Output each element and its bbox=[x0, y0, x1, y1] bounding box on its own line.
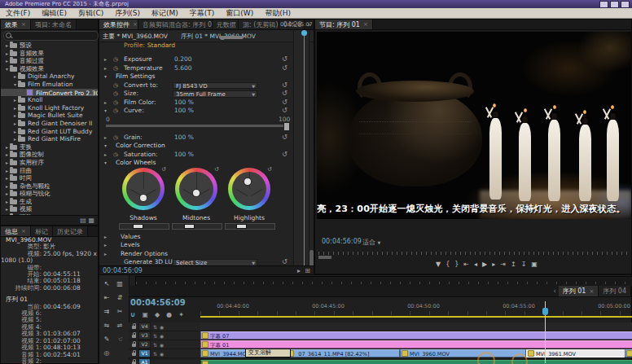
tab-效果控件[interactable]: 效果控件× bbox=[99, 20, 138, 29]
extract-button[interactable]: ↧ bbox=[521, 261, 527, 268]
effects-tree-item[interactable]: ▾Film Emulation bbox=[1, 81, 98, 89]
zoom-level-select[interactable]: 适合 ▼ bbox=[362, 238, 380, 247]
disclosure-right-icon[interactable]: ▸ bbox=[4, 57, 10, 65]
menu-item[interactable]: 编辑(E) bbox=[36, 8, 72, 18]
maximize-button[interactable] bbox=[610, 1, 619, 8]
reset-icon[interactable]: ↺ bbox=[282, 134, 287, 143]
disclosure-right-icon[interactable]: ▸ bbox=[4, 151, 10, 159]
track-header-v1[interactable]: V1⇅◉ bbox=[129, 349, 200, 358]
tab-节目: 序列 01[interactable]: 节目: 序列 01× bbox=[315, 20, 373, 29]
disclosure-right-icon[interactable]: ▸ bbox=[12, 120, 18, 128]
close-icon[interactable]: × bbox=[21, 21, 26, 28]
rolling-edit-tool[interactable]: ⇵ bbox=[114, 292, 125, 304]
step-back-button[interactable]: ◂ bbox=[474, 261, 477, 268]
effects-tree-item[interactable]: ▸Red Giant Denoiser II bbox=[1, 120, 98, 128]
track-target-chip[interactable]: V2 bbox=[138, 340, 151, 349]
effects-tree-item[interactable]: ▸Knoll bbox=[1, 96, 98, 104]
effects-tree-item[interactable]: ▸时间 bbox=[1, 174, 98, 182]
new-bin-icon[interactable]: ▤ bbox=[80, 217, 86, 224]
close-icon[interactable]: × bbox=[589, 288, 594, 295]
param-dropdown[interactable]: FJ 8543 VD▼ bbox=[173, 82, 257, 90]
disclosure-down-icon[interactable]: ▾ bbox=[104, 142, 107, 151]
param-dropdown[interactable]: 35mm Full Frame▼ bbox=[173, 90, 257, 98]
reset-icon[interactable]: ↺ bbox=[282, 55, 287, 64]
menu-item[interactable]: 标记(M) bbox=[146, 8, 184, 18]
effects-tree-item[interactable]: ▸生成 bbox=[1, 198, 98, 206]
effects-tree-item[interactable]: ▸音频效果 bbox=[1, 50, 98, 58]
disclosure-right-icon[interactable]: ▸ bbox=[4, 198, 10, 206]
stopwatch-icon[interactable]: ◷ bbox=[113, 64, 118, 73]
wheel-slider-handle[interactable] bbox=[236, 224, 247, 229]
track-target-chip[interactable]: V1 bbox=[138, 349, 151, 357]
effects-tree-item[interactable]: ▸扭曲 bbox=[1, 167, 98, 175]
close-icon[interactable]: × bbox=[363, 21, 368, 28]
toggle-output-eye-icon[interactable]: ◉ bbox=[160, 351, 164, 357]
slider-track[interactable] bbox=[106, 125, 287, 127]
reset-icon[interactable]: ↺ bbox=[282, 81, 287, 90]
disclosure-right-icon[interactable]: ▸ bbox=[4, 167, 10, 175]
effects-tree-item[interactable]: ▸实用程序 bbox=[1, 159, 98, 167]
close-icon[interactable]: × bbox=[133, 21, 138, 28]
tab-序列 04[interactable]: 序列 04 bbox=[599, 286, 631, 296]
reset-icon[interactable]: ↺ bbox=[161, 166, 166, 173]
slider-handle[interactable] bbox=[283, 122, 290, 131]
slip-tool[interactable]: ⇋ bbox=[101, 320, 112, 331]
tab-信息[interactable]: 信息× bbox=[1, 226, 31, 236]
menu-item[interactable]: 帮助(H) bbox=[259, 8, 296, 18]
lift-button[interactable]: ↥ bbox=[511, 261, 516, 268]
effects-tree-item[interactable]: ▸杂色与颗粒 bbox=[1, 182, 98, 191]
disclosure-right-icon[interactable]: ▸ bbox=[12, 104, 18, 112]
effects-tree-item[interactable]: ▸视频 bbox=[1, 205, 98, 213]
wheel-handle-dot[interactable] bbox=[140, 195, 147, 201]
keyframe-playhead-handle[interactable] bbox=[301, 30, 307, 36]
disclosure-right-icon[interactable]: ▸ bbox=[104, 64, 107, 73]
timeline-settings-button[interactable]: ✦ bbox=[178, 311, 184, 318]
disclosure-right-icon[interactable]: ▸ bbox=[4, 159, 10, 167]
menu-item[interactable]: 序列(S) bbox=[109, 8, 146, 18]
timeline-clip[interactable]: 字幕 07 bbox=[200, 331, 632, 340]
disclosure-right-icon[interactable]: ▸ bbox=[104, 151, 107, 160]
effects-tree-item[interactable]: ▸Knoll Light Factory bbox=[1, 104, 98, 112]
effects-tree-item[interactable]: ▸音频过渡 bbox=[1, 57, 98, 65]
keyframe-zoom-bar[interactable] bbox=[219, 36, 244, 39]
reset-icon[interactable]: ↺ bbox=[282, 64, 287, 73]
program-timecode[interactable]: 00:04:56:09 bbox=[322, 238, 362, 245]
delete-icon[interactable]: ▦ bbox=[88, 217, 94, 224]
disclosure-right-icon[interactable]: ▸ bbox=[104, 99, 107, 107]
disclosure-right-icon[interactable]: ▸ bbox=[12, 96, 18, 104]
wheel-slider[interactable] bbox=[172, 223, 222, 230]
disclosure-right-icon[interactable]: ▸ bbox=[4, 190, 10, 198]
menu-item[interactable]: 字幕(T) bbox=[184, 8, 221, 18]
sync-lock-icon[interactable]: ⇅ bbox=[153, 351, 157, 357]
menu-item[interactable]: 文件(F) bbox=[0, 8, 36, 18]
sync-lock-icon[interactable]: ⇅ bbox=[153, 342, 157, 348]
rate-stretch-tool[interactable]: ⇉ bbox=[101, 306, 112, 318]
disclosure-right-icon[interactable]: ▸ bbox=[12, 112, 18, 120]
toggle-effects-icon[interactable]: ⊞ bbox=[305, 267, 310, 274]
mark-out-button[interactable]: } bbox=[454, 261, 459, 268]
toggle-output-eye-icon[interactable]: ◉ bbox=[160, 342, 164, 348]
disclosure-right-icon[interactable]: ▸ bbox=[12, 135, 18, 143]
disclosure-right-icon[interactable]: ▸ bbox=[4, 174, 10, 182]
track-header-v3[interactable]: V3⇅◉ bbox=[129, 331, 200, 340]
track-target-chip[interactable]: V3 bbox=[138, 331, 151, 340]
lock-icon[interactable] bbox=[132, 335, 136, 338]
reset-icon[interactable]: ↺ bbox=[282, 99, 287, 107]
wheel-slider-handle[interactable] bbox=[133, 224, 143, 229]
track-header-a1[interactable]: A1 bbox=[129, 360, 200, 364]
effects-tree-item[interactable]: ▸Red Giant MisFire bbox=[1, 135, 98, 143]
pen-tool[interactable]: ✎ bbox=[101, 334, 112, 345]
tab-元数据[interactable]: 元数据 bbox=[213, 20, 239, 29]
effects-tree-item[interactable]: ▸图像控制 bbox=[1, 151, 98, 159]
param-value[interactable]: 100 % bbox=[174, 99, 194, 107]
disclosure-down-icon[interactable]: ▾ bbox=[104, 72, 107, 81]
disclosure-right-icon[interactable]: ▸ bbox=[12, 128, 18, 136]
add-marker-button[interactable]: ▼ bbox=[436, 261, 441, 268]
play-button[interactable]: ▶ bbox=[482, 261, 487, 268]
disclosure-right-icon[interactable]: ▸ bbox=[4, 205, 10, 213]
wheel-handle-dot[interactable] bbox=[244, 178, 251, 185]
wheel-slider-handle[interactable] bbox=[184, 224, 195, 229]
master-clip-label[interactable]: 主要 * MVI_3960.MOV bbox=[103, 33, 168, 41]
step-forward-button[interactable]: ▸ bbox=[492, 261, 495, 268]
stopwatch-icon[interactable]: ◷ bbox=[113, 107, 118, 116]
